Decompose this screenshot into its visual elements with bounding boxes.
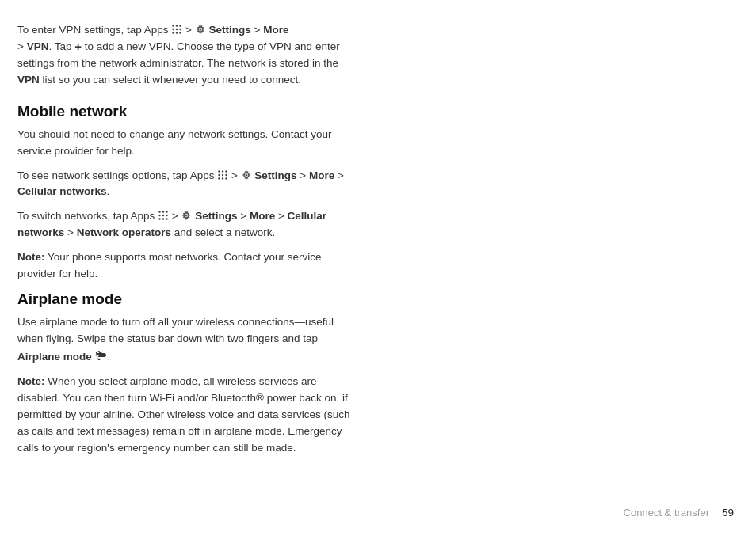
svg-point-27 [158,215,160,216]
svg-point-1 [176,25,178,26]
airplane-icon [95,350,108,363]
svg-point-28 [162,215,164,216]
content: To enter VPN settings, tap Apps > [17,22,360,456]
svg-point-4 [176,29,178,30]
svg-point-19 [222,177,223,179]
note-label-1: Note: [17,251,45,263]
svg-point-24 [158,211,160,213]
settings-icon-intro [195,24,206,35]
mobile-network-title: Mobile network [17,103,360,120]
plus-icon: + [74,40,82,52]
airplane-mode-note: Note: When you select airplane mode, all… [17,374,360,457]
svg-point-15 [218,173,220,175]
settings-icon-3 [181,210,192,221]
network-operators-label: Network operators [77,226,171,238]
settings-label-3: Settings [195,210,237,222]
footer-page: 59 [722,507,734,519]
svg-point-26 [166,211,167,213]
mobile-network-note: Note: Your phone supports most networks.… [17,249,360,283]
intro-paragraph: To enter VPN settings, tap Apps > [17,22,360,89]
settings-label-2: Settings [254,169,296,181]
svg-point-8 [180,32,181,33]
svg-point-25 [162,211,164,213]
svg-point-6 [173,32,174,33]
more-label-intro: More [263,24,288,36]
settings-icon-2 [241,169,252,181]
network-operators-end: and select a network. [174,226,276,238]
airplane-note-text: When you select airplane mode, all wirel… [17,375,349,454]
svg-point-12 [218,170,220,172]
svg-point-7 [176,32,178,33]
svg-point-3 [173,29,174,30]
svg-point-0 [173,25,174,26]
svg-point-17 [225,173,227,175]
vpn-bold: VPN [17,74,40,86]
apps-icon-1 [171,24,182,35]
mobile-network-para3: To switch networks, tap Apps > [17,208,360,241]
svg-point-5 [180,29,181,30]
apps-icon-2 [217,169,228,181]
settings-label-intro: Settings [209,24,251,36]
svg-point-11 [199,29,201,31]
airplane-mode-title: Airplane mode [17,291,360,308]
page: To enter VPN settings, tap Apps > [0,0,756,536]
more-label-2: More [309,169,334,181]
note-text-1-content: Your phone supports most networks. Conta… [17,251,321,279]
svg-point-35 [185,215,188,217]
airplane-mode-para1: Use airplane mode to turn off all your w… [17,314,360,366]
svg-point-16 [222,173,223,175]
svg-point-2 [180,25,181,26]
airplane-mode-bold: Airplane mode [17,351,92,363]
svg-point-23 [245,173,247,176]
apps-icon-3 [158,210,169,221]
mobile-network-para1: You should not need to change any networ… [17,127,360,160]
svg-point-18 [218,177,220,179]
footer: Connect & transfer 59 [624,507,734,519]
svg-point-29 [166,215,167,216]
cellular-label: Cellular networks [17,185,107,197]
svg-point-14 [225,170,227,172]
footer-section: Connect & transfer [624,507,709,519]
svg-point-31 [162,219,164,220]
more-label-3: More [250,210,275,222]
svg-point-20 [225,177,227,179]
vpn-label: VPN [27,40,49,52]
note-label-2: Note: [17,375,45,387]
svg-point-13 [222,170,223,172]
svg-point-32 [166,219,167,220]
mobile-network-para2: To see network settings options, tap App… [17,168,360,201]
svg-point-30 [158,219,160,220]
cellular-label-2: Cellular networks [17,210,326,238]
